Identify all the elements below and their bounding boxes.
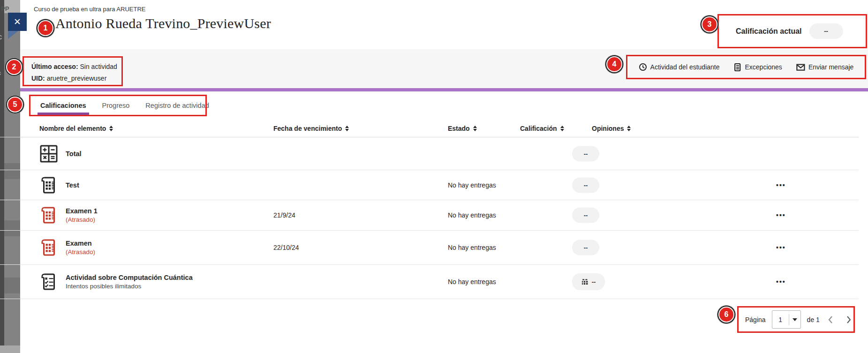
chevron-right-icon <box>846 315 852 324</box>
table-row: Test No hay entregas -- ••• <box>0 170 859 200</box>
close-pin-tail <box>8 31 18 39</box>
status-text: No hay entregas <box>448 278 496 285</box>
close-icon: ✕ <box>14 16 21 27</box>
table-row: Total -- <box>0 137 859 170</box>
item-subtext: Intentos posibles ilimitados <box>66 283 193 290</box>
grade-pill[interactable]: -- <box>572 240 599 255</box>
list-icon <box>733 63 741 72</box>
grade-pill[interactable]: -- <box>572 146 599 161</box>
sort-icon <box>109 126 113 131</box>
row-overflow-menu[interactable]: ••• <box>776 244 786 251</box>
clipped-text-fragment: C <box>0 34 2 41</box>
tab-calificaciones[interactable]: Calificaciones <box>39 95 87 116</box>
item-name[interactable]: Total <box>66 150 82 158</box>
last-access-line: Último acceso: Sin actividad <box>31 61 121 73</box>
annotation-4: 4 <box>606 56 622 72</box>
grades-table-header: Nombre del elemento Fecha de vencimiento… <box>0 120 859 137</box>
row-overflow-menu[interactable]: ••• <box>776 211 786 219</box>
grade-pill[interactable]: -- <box>572 208 599 223</box>
send-message-button[interactable]: Enviar mensaje <box>796 63 854 71</box>
grade-value: -- <box>584 244 588 251</box>
column-header[interactable]: Estado <box>448 125 477 132</box>
pagination-bar: Página 1 de 1 <box>737 306 855 333</box>
tab-registro-de-actividad[interactable]: Registro de actividad <box>144 95 210 116</box>
clipped-text-fragment: PP <box>1 5 9 12</box>
test-icon <box>39 176 58 195</box>
item-name[interactable]: Examen 1 <box>66 207 98 215</box>
purple-divider <box>20 88 868 91</box>
exceptions-button[interactable]: Excepciones <box>733 63 782 72</box>
tab-progreso[interactable]: Progreso <box>101 95 131 116</box>
annotation-3: 3 <box>702 16 717 32</box>
sidebar-bottom-band <box>0 345 20 353</box>
row-overflow-menu[interactable]: ••• <box>776 181 786 189</box>
clipped-text-fragment: c <box>0 69 1 76</box>
sort-icon <box>473 126 477 131</box>
envelope-icon <box>796 64 805 71</box>
item-name[interactable]: Examen <box>66 240 95 247</box>
grade-value: -- <box>592 278 596 285</box>
chevron-down-icon <box>793 318 797 321</box>
current-grade-pill: -- <box>809 23 843 39</box>
chevron-left-icon <box>828 315 833 324</box>
row-overflow-menu[interactable]: ••• <box>776 278 786 285</box>
column-header[interactable]: Fecha de vencimiento <box>273 125 349 132</box>
annotation-6: 6 <box>718 307 734 323</box>
page-number-select[interactable]: 1 <box>772 310 801 329</box>
item-subtext: (Atrasado) <box>66 216 98 223</box>
annotation-2: 2 <box>6 59 22 75</box>
status-text: No hay entregas <box>448 244 496 251</box>
grade-grid-icon <box>581 279 589 285</box>
table-row: Actividad sobre Computación Cuántica Int… <box>0 265 859 299</box>
row-item-icon <box>39 238 58 257</box>
close-panel-button[interactable]: ✕ <box>8 13 27 31</box>
clock-icon <box>639 63 647 71</box>
previous-page-button[interactable] <box>828 315 833 324</box>
table-row: Examen 1 (Atrasado) 21/9/24 No hay entre… <box>0 200 859 231</box>
grade-pill[interactable]: -- <box>572 273 605 290</box>
page-number-value: 1 <box>772 314 789 325</box>
student-meta-box: Último acceso: Sin actividad UID: aruetr… <box>23 56 123 86</box>
row-item-icon <box>39 176 58 195</box>
breadcrumb: Curso de prueba en ultra para ARUETRE <box>34 6 145 13</box>
row-item-icon <box>39 272 58 291</box>
grade-value: -- <box>584 212 588 219</box>
pagination-label: Página <box>745 316 766 323</box>
grade-pill[interactable]: -- <box>572 177 599 193</box>
student-activity-button[interactable]: Actividad del estudiante <box>639 63 720 71</box>
row-item-icon <box>39 206 58 225</box>
current-grade-label: Calificación actual <box>736 27 802 36</box>
annotation-1: 1 <box>38 20 53 36</box>
item-subtext: (Atrasado) <box>66 248 95 255</box>
table-row: Examen (Atrasado) 22/10/24 No hay entreg… <box>0 231 859 265</box>
due-date: 21/9/24 <box>273 211 295 219</box>
sort-icon <box>627 126 631 131</box>
test-icon-overdue <box>39 206 58 225</box>
page-title: Antonio Rueda Trevino_PreviewUser <box>55 15 271 31</box>
grades-table-body: Total -- <box>0 137 859 299</box>
item-name[interactable]: Test <box>66 181 79 189</box>
row-item-icon <box>39 144 58 163</box>
column-header[interactable]: Opiniones <box>592 125 631 132</box>
status-text: No hay entregas <box>448 211 496 219</box>
test-icon-overdue <box>39 238 58 257</box>
checklist-icon <box>39 272 58 291</box>
status-text: No hay entregas <box>448 181 496 189</box>
uid-line: UID: aruetre_previewuser <box>31 73 121 84</box>
page-count-label: de 1 <box>807 316 820 323</box>
calculator-icon <box>39 144 58 163</box>
current-grade-box: Calificación actual -- <box>717 14 867 48</box>
sort-icon <box>345 126 349 131</box>
next-page-button[interactable] <box>846 315 852 324</box>
item-name[interactable]: Actividad sobre Computación Cuántica <box>66 274 193 281</box>
tabs-bar: Calificaciones Progreso Registro de acti… <box>39 95 210 116</box>
sort-icon <box>560 126 564 131</box>
student-actions-toolbar: Actividad del estudiante Excepciones Env… <box>626 55 866 79</box>
column-header[interactable]: Nombre del elemento <box>39 125 113 132</box>
column-header[interactable]: Calificación <box>520 125 564 132</box>
student-grades-page: PP C c ✕ Curso de prueba en ultra para A… <box>0 0 868 353</box>
annotation-5: 5 <box>7 97 23 113</box>
grade-value: -- <box>584 181 588 188</box>
grade-value: -- <box>584 150 588 157</box>
due-date: 22/10/24 <box>273 244 299 251</box>
